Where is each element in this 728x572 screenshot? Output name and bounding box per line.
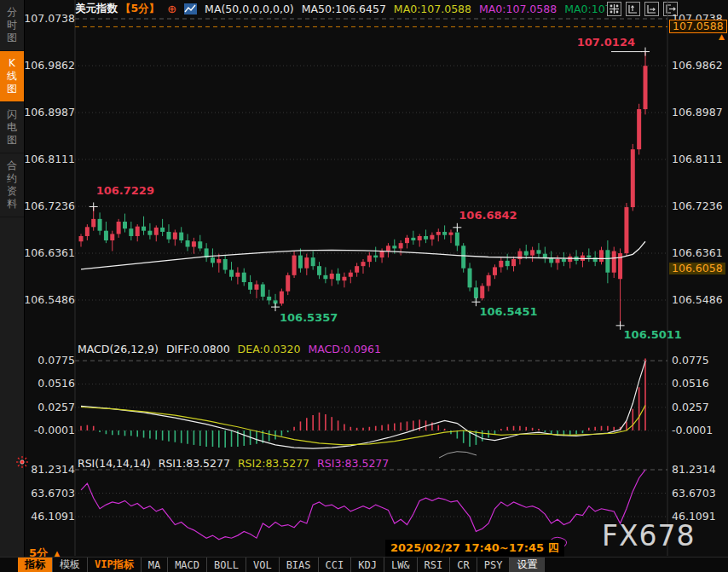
toolbar-tab-CR[interactable]: CR [450,558,477,572]
rsi1-value: RSI1:83.5277 [159,457,230,470]
price-axis-label: 106.7236 [24,200,75,212]
macd-dea-value: DEA:0.0320 [238,343,301,355]
price-axis-label: 106.8987 [24,107,75,118]
toolbar-tab-LW&[interactable]: LW& [384,558,418,572]
macd-axis-label: 0.0775 [24,355,75,367]
macd-value: MACD:0.0961 [308,343,380,355]
macd-axis-label: -0.0001 [672,425,726,436]
price-axis-label: 106.8111 [672,153,726,165]
macd-axis-label: 0.0775 [672,355,726,367]
toolbar-tab-KDJ[interactable]: KDJ [351,558,384,572]
macd-axis-label: 0.0257 [24,402,75,413]
toolbar-tab-BOLL[interactable]: BOLL [207,558,246,572]
macd-title: MACD(26,12,9) [78,343,159,355]
price-axis-label: 106.9862 [24,60,75,72]
toolbar-tab-VOL[interactable]: VOL [246,558,280,572]
chart-canvas: 106.7229106.5357106.6842106.5451107.0124… [0,0,728,572]
rsi2-value: RSI2:83.5277 [238,457,309,470]
toolbar-tab-MACD[interactable]: MACD [168,558,207,572]
trading-app-window: 分 时 图K 线 图闪 电 图合 约 资 料 美元指数【5分】 ⊕ MA(50,… [0,0,728,572]
price-axis-label: 106.5486 [672,294,726,306]
alert-blink-icon [15,455,29,472]
rsi-axis-label: 63.6703 [24,488,75,500]
macd-panel-header: MACD(26,12,9) DIFF:0.0800 DEA:0.0320 MAC… [78,343,381,355]
scroll-latest-arrow[interactable]: ▲ [719,32,725,41]
rsi-axis-label: 81.2314 [672,464,726,476]
indicator-toolbar: 指标模板VIP指标MAMACDBOLLVOLBIASCCIKDJLW&RSICR… [0,557,728,572]
price-axis-label: 107.0738 [24,13,75,25]
macd-axis-label: 0.0257 [672,402,726,413]
rsi-axis-label: 63.6703 [672,488,726,500]
price-axis-label: 106.8987 [672,107,726,118]
price-axis-label: 106.8111 [24,153,75,165]
macd-axis-label: -0.0001 [24,425,75,436]
toolbar-tab-设置[interactable]: 设置 [510,558,545,572]
toolbar-tab-PSY[interactable]: PSY [477,558,511,572]
macd-diff-value: DIFF:0.0800 [166,343,230,355]
toolbar-tab-BIAS[interactable]: BIAS [280,558,319,572]
toolbar-tab-CCI[interactable]: CCI [319,558,352,572]
toolbar-tab-模板[interactable]: 模板 [53,558,88,572]
price-axis-label: 106.9862 [672,60,726,72]
rsi-axis-label: 81.2314 [24,464,75,476]
toolbar-tab-VIP指标[interactable]: VIP指标 [88,558,142,572]
toolbar-tab-指标[interactable]: 指标 [18,558,53,572]
toolbar-tab-MA[interactable]: MA [142,558,168,572]
price-axis-label: 106.7236 [672,200,726,212]
crosshair-datetime-label: 2025/02/27 17:40~17:45 四 [385,540,564,557]
rsi-panel-header: RSI(14,14,14) RSI1:83.5277 RSI2:83.5277 … [78,457,389,470]
price-axis-label: 106.6361 [672,247,726,259]
price-axis-label: 106.5486 [24,294,75,306]
rsi-title: RSI(14,14,14) [78,457,151,470]
reference-price-box: 106.6058 [669,263,725,274]
fx678-watermark: FX678 [602,519,696,552]
rsi3-value: RSI3:83.5277 [317,457,389,470]
macd-axis-label: 0.0516 [24,378,75,390]
price-axis-label: 106.6361 [24,247,75,259]
macd-axis-label: 0.0516 [672,378,726,390]
toolbar-tab-RSI[interactable]: RSI [418,558,451,572]
rsi-axis-label: 46.1091 [24,511,75,523]
